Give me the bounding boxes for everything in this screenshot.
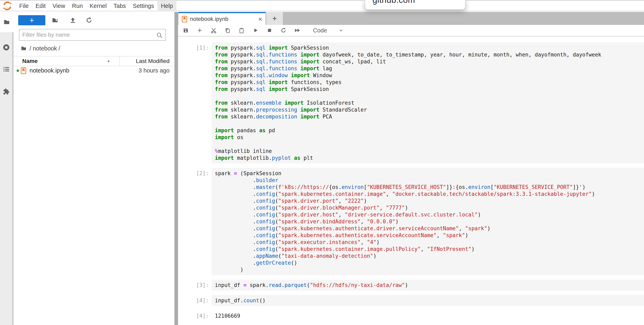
add-cell-button[interactable]: + <box>196 27 203 34</box>
stackable-logo-icon <box>2 1 12 11</box>
code-line: from pyspark.sql.functions import dayofw… <box>215 51 644 58</box>
breadcrumb-path: / notebook / <box>30 45 60 52</box>
code-cell: [1]:from pyspark.sql import SparkSession… <box>178 42 644 163</box>
menu-kernel[interactable]: Kernel <box>86 1 110 11</box>
code-line: from pyspark.sql.functions import concat… <box>215 58 644 65</box>
code-line: .config("spark.driver.host", "driver-ser… <box>215 211 644 218</box>
sidebar-item-extensions[interactable] <box>0 84 12 99</box>
notebook-file-icon <box>182 16 187 23</box>
refresh-icon <box>86 17 92 24</box>
run-cell-button[interactable] <box>252 27 259 34</box>
code-line: from pyspark.sql import functions, types <box>215 79 644 86</box>
code-line: import pandas as pd <box>215 127 644 134</box>
close-icon[interactable]: × <box>258 16 262 23</box>
restart-kernel-button[interactable] <box>280 27 287 34</box>
cell-prompt: [4]: <box>178 310 210 321</box>
file-name: notebook.ipynb <box>30 67 70 74</box>
sort-ascending-icon: ▲ <box>107 59 110 63</box>
cell-prompt: [2]: <box>178 168 210 275</box>
kernel-running-indicator <box>16 70 19 72</box>
column-header-modified[interactable]: Last Modified <box>136 58 170 64</box>
save-button[interactable] <box>182 27 189 34</box>
cell-type-value: Code <box>313 27 327 34</box>
menu-edit[interactable]: Edit <box>32 1 49 11</box>
copy-cells-button[interactable] <box>224 27 231 34</box>
menu-run[interactable]: Run <box>68 1 86 11</box>
upload-icon <box>70 17 76 24</box>
upload-button[interactable] <box>68 15 78 25</box>
code-cell: [4]:input_df.count() <box>178 295 644 306</box>
menu-settings[interactable]: Settings <box>129 1 158 11</box>
new-folder-icon <box>52 17 58 24</box>
code-line: from sklearn.ensemble import IsolationFo… <box>215 99 644 106</box>
breadcrumb[interactable]: / notebook / <box>21 44 60 53</box>
code-line: 12106669 <box>215 312 644 319</box>
panel-splitter[interactable] <box>174 12 178 325</box>
cell-prompt: [3]: <box>178 280 210 290</box>
run-icon <box>253 28 258 33</box>
cut-icon <box>210 27 217 34</box>
cell-prompt: [4]: <box>178 295 210 306</box>
cut-cells-button[interactable] <box>210 27 217 34</box>
code-line: .config("spark.kubernetes.container.imag… <box>215 191 644 197</box>
refresh-button[interactable] <box>84 15 94 25</box>
interrupt-kernel-button[interactable] <box>266 27 273 34</box>
new-launcher-button[interactable]: + <box>18 15 45 25</box>
table-of-contents-icon <box>3 66 10 73</box>
code-line <box>215 120 644 127</box>
cell-type-dropdown[interactable]: Code <box>313 27 344 34</box>
tab-title: notebook.ipynb <box>190 16 255 22</box>
file-list-header: Name ▲ Last Modified <box>13 56 174 66</box>
menu-bar-items: FileEditViewRunKernelTabsSettingsHelp <box>16 1 176 11</box>
code-line: .appName("taxi-data-anomaly-detection") <box>215 252 644 259</box>
code-line: .config("spark.kubernetes.authenticate.s… <box>215 232 644 239</box>
code-line: .config("spark.kubernetes.authenticate.d… <box>215 225 644 232</box>
sidebar-item-running-sessions[interactable] <box>0 40 12 55</box>
folder-icon <box>21 45 27 52</box>
menu-file[interactable]: File <box>16 1 32 11</box>
tab-notebook[interactable]: notebook.ipynb × <box>178 12 266 25</box>
sidebar-item-table-of-contents[interactable] <box>0 62 12 77</box>
menu-view[interactable]: View <box>49 1 68 11</box>
save-icon <box>183 27 189 34</box>
menu-help[interactable]: Help <box>158 1 176 11</box>
code-line: import os <box>215 134 644 141</box>
cell-editor[interactable]: from pyspark.sql import SparkSessionfrom… <box>212 42 644 163</box>
code-line: %matplotlib inline <box>215 148 644 155</box>
folder-icon <box>3 19 10 26</box>
code-line: from pyspark.sql import SparkSession <box>215 44 644 51</box>
menu-tabs[interactable]: Tabs <box>110 1 129 11</box>
new-folder-button[interactable] <box>50 15 60 25</box>
code-line: .builder <box>215 177 644 184</box>
sidebar-item-file-browser[interactable] <box>0 12 13 32</box>
code-line: from pyspark.sql import SparkSession <box>215 86 644 93</box>
browser-dialog-origin: github.com <box>372 0 415 5</box>
restart-run-all-button[interactable] <box>294 27 301 34</box>
code-line: ) <box>215 266 644 273</box>
extensions-icon <box>3 88 10 95</box>
cell-prompt: [1]: <box>178 42 210 163</box>
file-filter-input[interactable] <box>20 29 166 40</box>
notebook-toolbar: + <box>178 25 644 37</box>
copy-icon <box>224 27 231 34</box>
new-tab-button[interactable]: + <box>266 12 283 25</box>
code-line: input_df = spark.read.parquet("hdfs://hd… <box>215 282 644 288</box>
file-row[interactable]: notebook.ipynb3 hours ago <box>13 66 174 76</box>
code-line: .getOrCreate() <box>215 259 644 266</box>
output-cell: [4]:12106669 <box>178 310 644 321</box>
column-header-name[interactable]: Name <box>22 58 38 64</box>
run-all-icon <box>294 27 301 34</box>
cell-editor[interactable]: input_df = spark.read.parquet("hdfs://hd… <box>212 280 644 290</box>
cell-editor[interactable]: input_df.count() <box>212 295 644 306</box>
paste-cells-button[interactable] <box>238 27 245 34</box>
running-sessions-icon <box>3 44 10 51</box>
code-line: from pyspark.sql.functions import lag <box>215 65 644 72</box>
file-modified: 3 hours ago <box>138 67 170 74</box>
code-line: from sklearn.preprocessing import Standa… <box>215 106 644 113</box>
cell-output-text: 12106669 <box>212 310 644 321</box>
cell-editor[interactable]: spark = (SparkSession .builder .master(f… <box>212 168 644 275</box>
code-line: input_df.count() <box>215 297 644 304</box>
code-line: .config("spark.driver.blockManager.port"… <box>215 204 644 211</box>
left-sidebar <box>0 12 13 325</box>
file-list: notebook.ipynb3 hours ago <box>13 66 174 76</box>
